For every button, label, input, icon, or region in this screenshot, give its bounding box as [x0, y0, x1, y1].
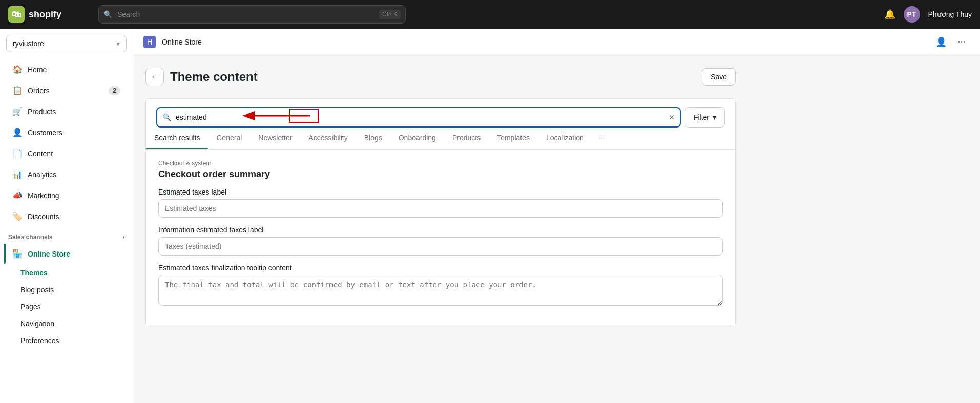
- user-name-label: Phương Thuy: [928, 10, 972, 18]
- filter-label: Filter: [694, 113, 710, 121]
- section-heading: Checkout order summary: [158, 169, 723, 180]
- sidebar-item-label: Products: [28, 108, 56, 116]
- marketing-icon: 📣: [12, 190, 23, 200]
- discounts-icon: 🏷️: [12, 211, 23, 221]
- sidebar-item-preferences[interactable]: Preferences: [4, 332, 129, 349]
- blog-posts-label: Blog posts: [20, 286, 54, 294]
- nav-right-area: 🔔 PT Phương Thuy: [884, 6, 972, 23]
- clear-search-icon[interactable]: ✕: [669, 113, 675, 121]
- filter-chevron-icon: ▾: [713, 113, 716, 121]
- search-row: 🔍: [146, 99, 735, 128]
- expand-icon[interactable]: ›: [122, 234, 124, 241]
- main-content: H Online Store 👤 ··· ← Theme content Sav…: [133, 29, 980, 403]
- sidebar-item-label: Online Store: [28, 250, 70, 258]
- store-selector[interactable]: ryviustore ▾: [6, 35, 127, 52]
- global-search-input[interactable]: [98, 5, 406, 24]
- sidebar-nav: 🏠 Home 📋 Orders 2 🛒 Products 👤 Customers…: [0, 58, 133, 403]
- section-category: Checkout & system: [158, 160, 723, 167]
- tabs-more-button[interactable]: ···: [592, 128, 611, 149]
- search-input-row: 🔍: [156, 107, 725, 128]
- search-icon-inner: 🔍: [162, 113, 171, 121]
- sidebar-item-pages[interactable]: Pages: [4, 299, 129, 315]
- page-header-title: Online Store: [162, 38, 202, 46]
- preferences-label: Preferences: [20, 336, 59, 345]
- input-estimated-taxes[interactable]: [158, 199, 723, 218]
- filter-button[interactable]: Filter ▾: [685, 107, 725, 128]
- search-shortcut-label: Ctrl K: [379, 10, 401, 19]
- page-header-bar: H Online Store 👤 ···: [133, 29, 980, 55]
- navigation-label: Navigation: [20, 320, 54, 328]
- field-label-estimated-taxes: Estimated taxes label: [158, 188, 723, 196]
- themes-label: Themes: [20, 269, 48, 277]
- tab-templates[interactable]: Templates: [489, 128, 538, 149]
- logo-area: 🛍 shopify: [8, 6, 90, 23]
- sidebar-item-label: Discounts: [28, 213, 59, 221]
- store-name: ryviustore: [13, 39, 44, 48]
- textarea-estimated-taxes-tooltip[interactable]: [158, 275, 723, 306]
- chevron-down-icon: ▾: [116, 39, 120, 48]
- shopify-logo-text: shopify: [29, 9, 61, 20]
- sidebar-item-navigation[interactable]: Navigation: [4, 315, 129, 332]
- sidebar-item-online-store[interactable]: 🏪 Online Store: [4, 244, 129, 264]
- sidebar-item-products[interactable]: 🛒 Products: [4, 101, 129, 121]
- content-area: ← Theme content Save 🔍: [133, 55, 748, 338]
- sidebar-item-label: Orders: [28, 87, 50, 95]
- tab-blogs[interactable]: Blogs: [356, 128, 390, 149]
- field-label-information-estimated-taxes: Information estimated taxes label: [158, 226, 723, 234]
- orders-icon: 📋: [12, 86, 23, 95]
- online-store-icon: 🏪: [12, 249, 23, 259]
- checkout-section: Checkout & system Checkout order summary…: [146, 149, 735, 326]
- sales-channels-section: Sales channels ›: [0, 227, 133, 243]
- field-estimated-taxes-tooltip: Estimated taxes finalization tooltip con…: [158, 264, 723, 307]
- tab-newsletter[interactable]: Newsletter: [250, 128, 300, 149]
- sales-channels-label: Sales channels: [8, 234, 53, 241]
- tabs-row: Search results General Newsletter Access…: [146, 128, 735, 149]
- sidebar: ryviustore ▾ 🏠 Home 📋 Orders 2 🛒 Product…: [0, 29, 133, 403]
- save-button[interactable]: Save: [702, 68, 736, 86]
- page-header-actions: 👤 ···: [933, 34, 970, 50]
- sidebar-item-label: Content: [28, 150, 53, 158]
- sidebar-item-marketing[interactable]: 📣 Marketing: [4, 185, 129, 205]
- sidebar-item-home[interactable]: 🏠 Home: [4, 59, 129, 79]
- sidebar-item-label: Home: [28, 66, 47, 74]
- content-header: ← Theme content Save: [145, 68, 736, 86]
- sidebar-item-label: Analytics: [28, 171, 56, 179]
- content-icon: 📄: [12, 149, 23, 158]
- field-estimated-taxes-label: Estimated taxes label: [158, 188, 723, 218]
- input-information-estimated-taxes[interactable]: [158, 237, 723, 256]
- sidebar-item-orders[interactable]: 📋 Orders 2: [4, 80, 129, 100]
- sidebar-item-blog-posts[interactable]: Blog posts: [4, 282, 129, 298]
- tab-general[interactable]: General: [208, 128, 250, 149]
- tab-search-results[interactable]: Search results: [146, 128, 208, 149]
- notifications-icon[interactable]: 🔔: [884, 9, 895, 20]
- analytics-icon: 📊: [12, 169, 23, 179]
- page-title: Theme content: [170, 70, 258, 84]
- field-label-estimated-taxes-tooltip: Estimated taxes finalization tooltip con…: [158, 264, 723, 272]
- home-icon: 🏠: [12, 65, 23, 74]
- orders-badge: 2: [109, 86, 120, 95]
- tab-onboarding[interactable]: Onboarding: [390, 128, 444, 149]
- top-navigation: 🛍 shopify 🔍 Ctrl K 🔔 PT Phương Thuy: [0, 0, 980, 29]
- sidebar-item-content[interactable]: 📄 Content: [4, 143, 129, 163]
- content-title-row: ← Theme content: [145, 68, 258, 86]
- tab-products[interactable]: Products: [444, 128, 489, 149]
- avatar: PT: [904, 6, 920, 23]
- tab-accessibility[interactable]: Accessibility: [300, 128, 356, 149]
- main-layout: ryviustore ▾ 🏠 Home 📋 Orders 2 🛒 Product…: [0, 29, 980, 403]
- sidebar-item-themes[interactable]: Themes: [4, 265, 129, 281]
- sidebar-item-analytics[interactable]: 📊 Analytics: [4, 164, 129, 184]
- back-button[interactable]: ←: [145, 68, 164, 86]
- online-store-header-icon: H: [143, 36, 156, 48]
- customers-icon: 👤: [12, 128, 23, 137]
- global-search-bar: 🔍 Ctrl K: [98, 5, 406, 24]
- more-options-btn[interactable]: ···: [953, 34, 970, 50]
- tab-localization[interactable]: Localization: [538, 128, 592, 149]
- field-information-estimated-taxes: Information estimated taxes label: [158, 226, 723, 256]
- search-section: 🔍: [145, 98, 736, 326]
- theme-search-input[interactable]: [156, 107, 681, 128]
- sidebar-item-discounts[interactable]: 🏷️ Discounts: [4, 206, 129, 226]
- sidebar-item-customers[interactable]: 👤 Customers: [4, 122, 129, 142]
- shopify-logo-icon: 🛍: [8, 6, 25, 23]
- person-icon-btn[interactable]: 👤: [933, 34, 949, 50]
- search-field: 🔍: [156, 107, 681, 128]
